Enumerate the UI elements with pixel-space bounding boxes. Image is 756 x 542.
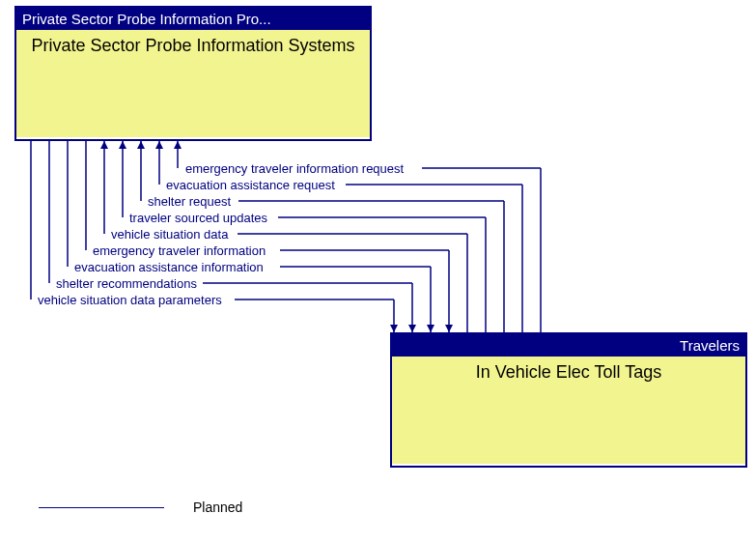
flow-label: vehicle situation data bbox=[111, 228, 228, 241]
node-travelers-toll-tags[interactable]: Travelers In Vehicle Elec Toll Tags bbox=[390, 332, 747, 468]
svg-marker-15 bbox=[119, 141, 126, 149]
svg-marker-35 bbox=[390, 325, 398, 332]
svg-marker-3 bbox=[174, 141, 182, 149]
svg-marker-11 bbox=[137, 141, 145, 149]
svg-marker-31 bbox=[408, 325, 416, 332]
svg-marker-27 bbox=[427, 325, 434, 332]
svg-marker-7 bbox=[155, 141, 163, 149]
flow-label: shelter request bbox=[148, 195, 231, 208]
node-target-header: Travelers bbox=[392, 334, 745, 357]
legend-planned-label: Planned bbox=[193, 499, 242, 515]
flow-label: traveler sourced updates bbox=[129, 212, 267, 224]
node-target-title: In Vehicle Elec Toll Tags bbox=[392, 357, 745, 464]
svg-marker-23 bbox=[445, 325, 453, 332]
node-private-sector-probe[interactable]: Private Sector Probe Information Pro... … bbox=[14, 6, 372, 141]
flow-label: emergency traveler information request bbox=[185, 162, 404, 175]
flow-label: vehicle situation data parameters bbox=[38, 294, 222, 306]
svg-marker-19 bbox=[100, 141, 108, 149]
flow-label: evacuation assistance request bbox=[166, 179, 335, 191]
node-source-header: Private Sector Probe Information Pro... bbox=[16, 8, 370, 30]
flow-label: evacuation assistance information bbox=[74, 261, 264, 273]
node-source-title: Private Sector Probe Information Systems bbox=[16, 30, 370, 137]
flow-label: shelter recommendations bbox=[56, 277, 197, 290]
legend-planned-line bbox=[39, 507, 164, 508]
flow-label: emergency traveler information bbox=[93, 244, 266, 257]
